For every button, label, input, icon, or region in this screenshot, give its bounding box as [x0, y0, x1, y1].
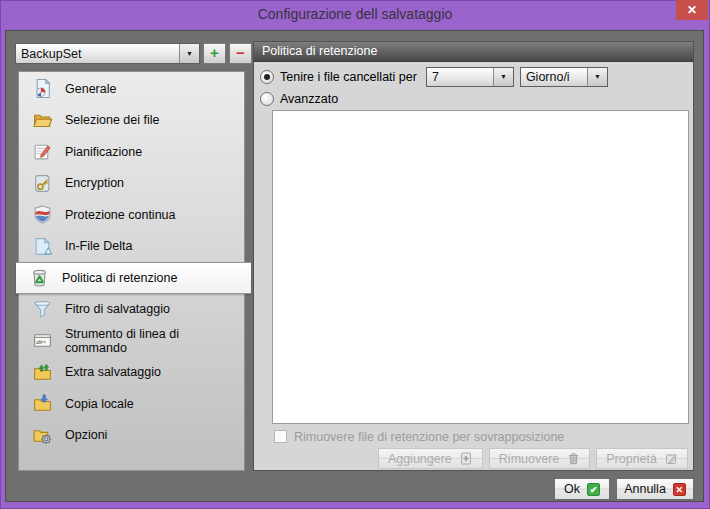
folder-upload-icon: [32, 362, 53, 383]
folder-gear-icon: [32, 425, 53, 446]
delta-file-icon: [32, 236, 53, 257]
remove-backupset-button[interactable]: −: [229, 43, 252, 64]
sidebar-item-label: Selezione dei file: [65, 113, 160, 127]
add-file-icon: [460, 452, 473, 465]
sidebar-item-label: Extra salvataggio: [65, 365, 161, 379]
chevron-down-icon[interactable]: ▼: [179, 44, 199, 63]
add-button-label: Aggiungere: [388, 452, 452, 466]
recycle-bin-icon: [29, 267, 50, 288]
list-action-buttons: Aggiungere Rimuovere: [378, 448, 688, 469]
general-report-icon: [32, 78, 53, 99]
properties-button[interactable]: Proprietà: [596, 448, 688, 469]
command-prompt-icon: dir>: [32, 330, 53, 351]
sidebar: Generale Selezione dei file: [18, 71, 245, 471]
sidebar-item-selezione-dei-file[interactable]: Selezione dei file: [19, 105, 244, 137]
sidebar-item-strumento-di-linea-di-commando[interactable]: dir> Strumento di linea di commando: [19, 325, 244, 357]
schedule-note-pencil-icon: [32, 141, 53, 162]
sidebar-item-label: Opzioni: [65, 428, 107, 442]
add-backupset-button[interactable]: +: [203, 43, 226, 64]
sidebar-item-generale[interactable]: Generale: [19, 73, 244, 105]
retention-unit-dropdown[interactable]: Giorno/i ▼: [520, 67, 608, 87]
remove-button[interactable]: Rimuovere: [489, 448, 590, 469]
sidebar-item-opzioni[interactable]: Opzioni: [19, 420, 244, 452]
sidebar-item-label: Pianificazione: [65, 145, 142, 159]
folder-download-icon: [32, 393, 53, 414]
cancel-button-label: Annulla: [624, 482, 666, 496]
key-icon: [32, 173, 53, 194]
keep-deleted-files-label: Tenire i file cancellati per: [280, 70, 417, 84]
plus-icon: +: [210, 44, 219, 61]
sidebar-item-label: Generale: [65, 82, 116, 96]
close-button[interactable]: ✕: [676, 0, 708, 20]
sidebar-item-label: Protezione continua: [65, 208, 176, 222]
retention-policy-panel: Politica di retenzione Tenire i file can…: [253, 41, 694, 471]
keep-deleted-files-radio[interactable]: [260, 70, 274, 84]
sidebar-item-extra-salvataggio[interactable]: Extra salvataggio: [19, 357, 244, 389]
remove-overlap-checkbox-label: Rimuovere file di retenzione per sovrapp…: [294, 430, 564, 444]
chevron-down-icon[interactable]: ▼: [493, 68, 513, 86]
shield-icon: [32, 204, 53, 225]
ok-button-label: Ok: [564, 482, 580, 496]
cancel-button[interactable]: Annulla ✕: [616, 478, 694, 500]
properties-button-label: Proprietà: [606, 452, 657, 466]
sidebar-item-encryption[interactable]: Encryption: [19, 168, 244, 200]
retention-unit-value: Giorno/i: [521, 70, 587, 84]
sidebar-item-politica-di-retenzione[interactable]: Politica di retenzione: [16, 262, 251, 294]
add-button[interactable]: Aggiungere: [378, 448, 483, 469]
dialog-title: Configurazione dell salvataggio: [0, 0, 710, 30]
backup-configuration-dialog: Configurazione dell salvataggio ✕ Backup…: [0, 0, 710, 509]
sidebar-item-label: Strumento di linea di commando: [65, 327, 244, 355]
titlebar: Configurazione dell salvataggio ✕: [0, 0, 710, 30]
sidebar-item-label: Encryption: [65, 176, 124, 190]
retention-days-value: 7: [427, 70, 493, 84]
advanced-radio[interactable]: [260, 92, 274, 106]
svg-text:dir>: dir>: [36, 339, 46, 345]
sidebar-item-fitro-di-salvataggio[interactable]: Fitro di salvataggio: [19, 294, 244, 326]
edit-icon: [665, 452, 678, 465]
x-icon: ✕: [673, 483, 686, 496]
sidebar-item-label: Politica di retenzione: [62, 271, 177, 285]
sidebar-item-in-file-delta[interactable]: In-File Delta: [19, 231, 244, 263]
remove-overlap-checkbox[interactable]: [274, 430, 287, 443]
funnel-icon: [32, 299, 53, 320]
sidebar-item-label: Fitro di salvataggio: [65, 302, 170, 316]
folder-open-icon: [32, 110, 53, 131]
ok-button[interactable]: Ok ✔: [554, 478, 610, 500]
chevron-down-icon[interactable]: ▼: [587, 68, 607, 86]
remove-button-label: Rimuovere: [499, 452, 559, 466]
sidebar-item-pianificazione[interactable]: Pianificazione: [19, 136, 244, 168]
close-icon: ✕: [687, 3, 697, 17]
dialog-body: BackupSet ▼ + − Generale: [5, 30, 704, 502]
advanced-radio-label: Avanzzato: [280, 92, 338, 106]
trash-icon: [567, 452, 580, 465]
sidebar-item-label: Copia locale: [65, 397, 134, 411]
sidebar-item-label: In-File Delta: [65, 239, 132, 253]
advanced-retention-list[interactable]: [272, 110, 689, 424]
backupset-dropdown[interactable]: BackupSet ▼: [15, 43, 200, 64]
check-icon: ✔: [587, 483, 600, 496]
backupset-dropdown-value: BackupSet: [16, 47, 179, 61]
panel-header: Politica di retenzione: [254, 42, 693, 62]
sidebar-item-protezione-continua[interactable]: Protezione continua: [19, 199, 244, 231]
sidebar-item-copia-locale[interactable]: Copia locale: [19, 388, 244, 420]
retention-days-dropdown[interactable]: 7 ▼: [426, 67, 514, 87]
minus-icon: −: [236, 44, 245, 61]
